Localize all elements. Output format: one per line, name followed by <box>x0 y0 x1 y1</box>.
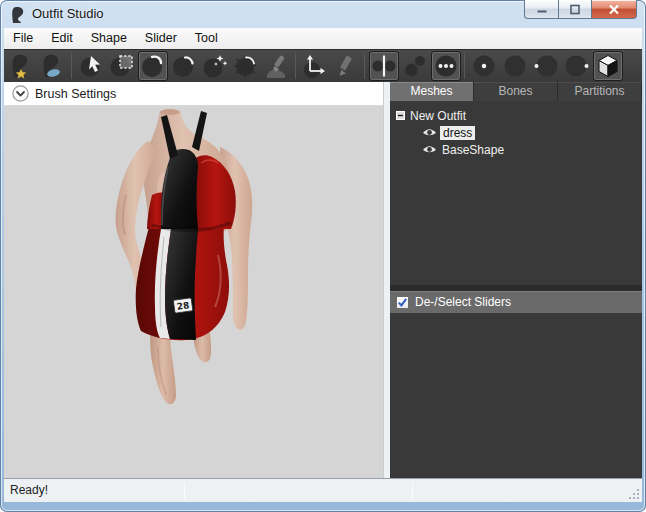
brush-falloff-center-icon <box>471 53 497 79</box>
menu-bar: File Edit Shape Slider Tool <box>4 28 642 49</box>
new-project-icon <box>9 53 35 79</box>
textured-view-button[interactable] <box>593 51 623 81</box>
brush-settings-label: Brush Settings <box>35 87 116 101</box>
tab-bones[interactable]: Bones <box>474 82 558 101</box>
status-divider <box>412 482 413 499</box>
toolbar <box>4 49 642 82</box>
x-mirror-icon <box>371 53 397 79</box>
global-brush-collision-button[interactable] <box>431 51 461 81</box>
left-pane: Brush Settings <box>4 82 383 478</box>
transform-tool-button[interactable] <box>300 51 330 81</box>
smooth-brush-button[interactable] <box>231 51 261 81</box>
check-icon <box>397 297 408 308</box>
tab-meshes[interactable]: Meshes <box>390 82 474 101</box>
main-area: Brush Settings <box>4 82 642 478</box>
toolbar-separator <box>295 53 296 79</box>
app-window: Outfit Studio File Edit Shape Slider To <box>0 0 646 512</box>
select-tool-icon <box>78 53 104 79</box>
outfit-model: 28 <box>106 107 272 407</box>
tab-bar: Meshes Bones Partitions <box>390 82 642 101</box>
tree-item-label[interactable]: dress <box>440 126 475 140</box>
brush-settings-header[interactable]: Brush Settings <box>4 82 383 106</box>
brush-falloff-none-button[interactable] <box>500 51 530 81</box>
status-message: Ready! <box>10 483 48 497</box>
collapse-minus-icon[interactable] <box>396 111 405 120</box>
mask-brush-button[interactable] <box>107 51 137 81</box>
window-controls <box>524 0 637 19</box>
client-area: File Edit Shape Slider Tool <box>4 28 642 502</box>
sliders-header: De-/Select Sliders <box>390 291 642 313</box>
menu-file[interactable]: File <box>4 28 42 49</box>
close-icon <box>608 4 620 15</box>
load-project-button[interactable] <box>38 51 68 81</box>
tree-item-label[interactable]: BaseShape <box>442 143 504 157</box>
load-project-icon <box>40 53 66 79</box>
mesh-tree: New Outfit dress Bas <box>390 101 642 285</box>
status-bar: Ready! <box>4 478 642 502</box>
transform-tool-icon <box>302 53 328 79</box>
eye-visible-icon[interactable] <box>422 127 437 138</box>
sliders-list[interactable] <box>390 313 642 478</box>
smooth-brush-icon <box>233 53 259 79</box>
menu-shape[interactable]: Shape <box>82 28 136 49</box>
maximize-button[interactable] <box>558 0 592 19</box>
brush-falloff-none-icon <box>502 53 528 79</box>
toolbar-separator <box>71 53 72 79</box>
inflate-brush-icon <box>140 53 166 79</box>
tree-item-dress[interactable]: dress <box>396 124 636 141</box>
title-bar[interactable]: Outfit Studio <box>0 0 646 28</box>
minimize-icon <box>536 4 548 14</box>
brush-falloff-left-button[interactable] <box>531 51 561 81</box>
select-tool-button[interactable] <box>76 51 106 81</box>
inflate-brush-button[interactable] <box>138 51 168 81</box>
weight-brush-button[interactable] <box>262 51 292 81</box>
brush-falloff-left-icon <box>533 53 559 79</box>
close-button[interactable] <box>592 0 637 19</box>
move-brush-button[interactable] <box>200 51 230 81</box>
toolbar-separator <box>464 53 465 79</box>
status-divider <box>184 482 185 499</box>
3d-viewport[interactable]: 28 <box>4 106 383 478</box>
toolbar-separator <box>364 53 365 79</box>
minimize-button[interactable] <box>524 0 558 19</box>
brush-falloff-right-icon <box>564 53 590 79</box>
pen-tool-button[interactable] <box>331 51 361 81</box>
global-brush-collision-icon <box>433 53 459 79</box>
brush-falloff-center-button[interactable] <box>469 51 499 81</box>
menu-tool[interactable]: Tool <box>186 28 227 49</box>
new-project-button[interactable] <box>7 51 37 81</box>
app-icon <box>11 6 26 23</box>
chevron-down-icon <box>12 85 29 102</box>
mask-brush-icon <box>109 53 135 79</box>
tab-partitions[interactable]: Partitions <box>558 82 642 101</box>
brush-falloff-right-button[interactable] <box>562 51 592 81</box>
deflate-brush-button[interactable] <box>169 51 199 81</box>
menu-slider[interactable]: Slider <box>136 28 186 49</box>
tree-root-row[interactable]: New Outfit <box>396 107 636 124</box>
sliders-header-label: De-/Select Sliders <box>415 295 511 309</box>
x-mirror-toggle-button[interactable] <box>369 51 399 81</box>
textured-view-cube-icon <box>595 53 621 79</box>
eye-visible-icon[interactable] <box>422 144 437 155</box>
window-title: Outfit Studio <box>32 6 104 21</box>
resize-grip[interactable] <box>628 488 640 500</box>
connected-only-toggle-button[interactable] <box>400 51 430 81</box>
right-pane: Meshes Bones Partitions New Outfit <box>390 82 642 478</box>
vertical-splitter[interactable] <box>383 82 390 478</box>
menu-edit[interactable]: Edit <box>42 28 82 49</box>
move-brush-icon <box>202 53 228 79</box>
connected-only-icon <box>402 53 428 79</box>
dress-badge-text: 28 <box>176 300 190 312</box>
deflate-brush-icon <box>171 53 197 79</box>
pen-tool-icon <box>333 53 359 79</box>
deselect-sliders-checkbox[interactable] <box>396 296 409 309</box>
tree-root-label[interactable]: New Outfit <box>410 109 466 123</box>
maximize-icon <box>569 4 581 15</box>
tree-item-baseshape[interactable]: BaseShape <box>396 141 636 158</box>
weight-brush-icon <box>264 53 290 79</box>
